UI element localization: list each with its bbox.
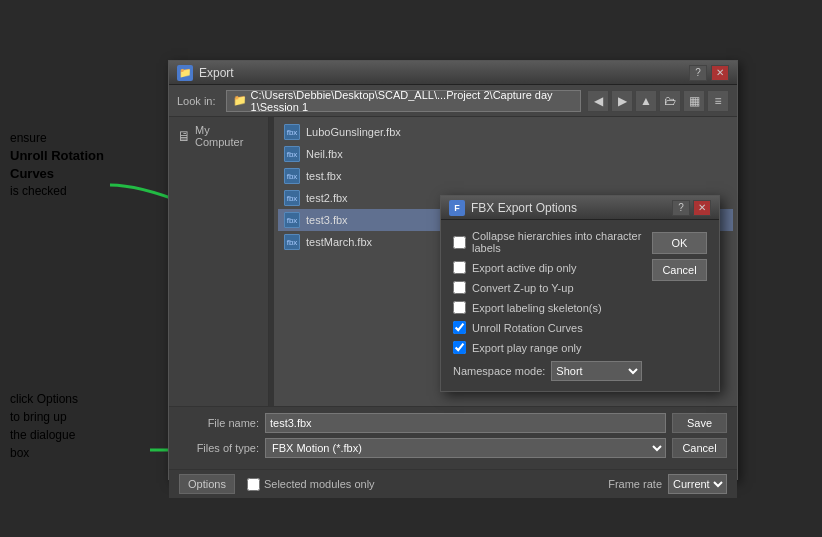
export-play-range-label: Export play range only <box>472 342 581 354</box>
my-computer-item[interactable]: 🖥 My Computer <box>173 121 264 151</box>
export-labeling-checkbox[interactable] <box>453 301 466 314</box>
unroll-rotation-label: Unroll Rotation Curves <box>472 322 583 334</box>
export-toolbar: Look in: 📁 C:\Users\Debbie\Desktop\SCAD_… <box>169 85 737 117</box>
list-view-button[interactable]: ▦ <box>683 90 705 112</box>
fbx-option-row: Export play range only <box>453 341 642 354</box>
nav-buttons: ◀ ▶ ▲ 🗁 ▦ ≡ <box>587 90 729 112</box>
selected-modules-label: Selected modules only <box>264 478 375 490</box>
path-text: C:\Users\Debbie\Desktop\SCAD_ALL\...Proj… <box>251 89 574 113</box>
namespace-row: Namespace mode: Short Long None <box>453 361 642 381</box>
look-in-label: Look in: <box>177 95 216 107</box>
file-item[interactable]: fbx test.fbx <box>278 165 733 187</box>
fbx-title-text: FBX Export Options <box>471 201 672 215</box>
close-button[interactable]: ✕ <box>711 65 729 81</box>
fbx-option-row: Unroll Rotation Curves <box>453 321 642 334</box>
filename-text: test2.fbx <box>306 192 348 204</box>
collapse-hierarchies-checkbox[interactable] <box>453 236 466 249</box>
fbx-body: Collapse hierarchies into character labe… <box>441 220 719 391</box>
fbx-export-dialog: F FBX Export Options ? ✕ Collapse hierar… <box>440 195 720 392</box>
export-active-dip-label: Export active dip only <box>472 262 577 274</box>
options-button[interactable]: Options <box>179 474 235 494</box>
fbx-option-row: Collapse hierarchies into character labe… <box>453 230 642 254</box>
fbx-file-icon: fbx <box>284 190 300 206</box>
filename-text: LuboGunslinger.fbx <box>306 126 401 138</box>
fbx-file-icon: fbx <box>284 124 300 140</box>
new-folder-button[interactable]: 🗁 <box>659 90 681 112</box>
up-button[interactable]: ▲ <box>635 90 657 112</box>
namespace-select[interactable]: Short Long None <box>551 361 642 381</box>
export-active-dip-checkbox[interactable] <box>453 261 466 274</box>
framerate-label: Frame rate <box>608 478 662 490</box>
computer-icon: 🖥 <box>177 128 191 144</box>
folder-icon: 📁 <box>233 94 247 107</box>
fbx-ok-button[interactable]: OK <box>652 232 707 254</box>
dialog-bottom: File name: Save Files of type: FBX Motio… <box>169 407 737 469</box>
path-display[interactable]: 📁 C:\Users\Debbie\Desktop\SCAD_ALL\...Pr… <box>226 90 581 112</box>
fbx-file-icon: fbx <box>284 146 300 162</box>
fbx-help-button[interactable]: ? <box>672 200 690 216</box>
annotation-bottom: click Options to bring up the dialogue b… <box>10 390 78 462</box>
fbx-buttons: OK Cancel <box>652 230 707 381</box>
fbx-file-icon: fbx <box>284 234 300 250</box>
my-computer-label: My Computer <box>195 124 260 148</box>
selected-modules-checkbox[interactable] <box>247 478 260 491</box>
places-panel: 🖥 My Computer <box>169 117 269 406</box>
convert-z-up-label: Convert Z-up to Y-up <box>472 282 574 294</box>
framerate-section: Frame rate Current <box>608 474 727 494</box>
fbx-close-button[interactable]: ✕ <box>693 200 711 216</box>
selected-modules-checkbox-label[interactable]: Selected modules only <box>247 478 375 491</box>
filename-text: test3.fbx <box>306 214 348 226</box>
fbx-options-list: Collapse hierarchies into character labe… <box>453 230 642 381</box>
filetype-select[interactable]: FBX Motion (*.fbx) <box>265 438 666 458</box>
annotation-top: ensure Unroll Rotation Curves is checked <box>10 130 104 200</box>
fbx-title-controls: ? ✕ <box>672 200 711 216</box>
save-button[interactable]: Save <box>672 413 727 433</box>
filetype-row: Files of type: FBX Motion (*.fbx) Cancel <box>179 438 727 458</box>
fbx-file-icon: fbx <box>284 212 300 228</box>
export-play-range-checkbox[interactable] <box>453 341 466 354</box>
annotation-bold: Unroll Rotation Curves <box>10 148 104 181</box>
fbx-option-row: Convert Z-up to Y-up <box>453 281 642 294</box>
filetype-label: Files of type: <box>179 442 259 454</box>
fbx-option-row: Export active dip only <box>453 261 642 274</box>
options-bar: Options Selected modules only Frame rate… <box>169 469 737 498</box>
title-controls: ? ✕ <box>689 65 729 81</box>
unroll-rotation-checkbox[interactable] <box>453 321 466 334</box>
filename-text: Neil.fbx <box>306 148 343 160</box>
file-item[interactable]: fbx LuboGunslinger.fbx <box>278 121 733 143</box>
file-item[interactable]: fbx Neil.fbx <box>278 143 733 165</box>
fbx-titlebar: F FBX Export Options ? ✕ <box>441 196 719 220</box>
fbx-cancel-button[interactable]: Cancel <box>652 259 707 281</box>
detail-view-button[interactable]: ≡ <box>707 90 729 112</box>
help-button[interactable]: ? <box>689 65 707 81</box>
forward-button[interactable]: ▶ <box>611 90 633 112</box>
framerate-select[interactable]: Current <box>668 474 727 494</box>
collapse-hierarchies-label: Collapse hierarchies into character labe… <box>472 230 642 254</box>
convert-z-up-checkbox[interactable] <box>453 281 466 294</box>
cancel-button[interactable]: Cancel <box>672 438 727 458</box>
export-dialog-titlebar: 📁 Export ? ✕ <box>169 61 737 85</box>
filename-text: testMarch.fbx <box>306 236 372 248</box>
filename-row: File name: Save <box>179 413 727 433</box>
namespace-label: Namespace mode: <box>453 365 545 377</box>
fbx-title-icon: F <box>449 200 465 216</box>
fbx-option-row: Export labeling skeleton(s) <box>453 301 642 314</box>
filename-label: File name: <box>179 417 259 429</box>
filename-input[interactable] <box>265 413 666 433</box>
export-labeling-label: Export labeling skeleton(s) <box>472 302 602 314</box>
fbx-file-icon: fbx <box>284 168 300 184</box>
export-title-icon: 📁 <box>177 65 193 81</box>
filename-text: test.fbx <box>306 170 341 182</box>
export-title-text: Export <box>199 66 689 80</box>
back-button[interactable]: ◀ <box>587 90 609 112</box>
